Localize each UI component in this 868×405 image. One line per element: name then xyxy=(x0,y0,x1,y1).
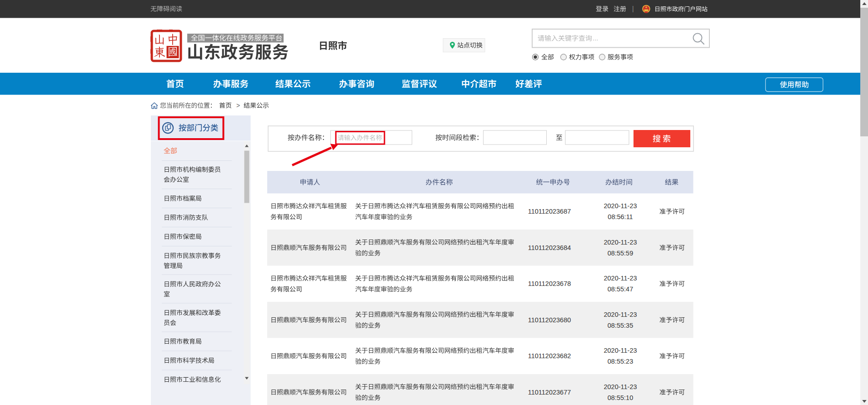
svg-text:08:55:35: 08:55:35 xyxy=(608,322,633,329)
svg-text:...: ... xyxy=(593,34,599,42)
svg-text:08:55:47: 08:55:47 xyxy=(608,285,633,293)
svg-text:110112023677: 110112023677 xyxy=(528,389,571,396)
svg-text:110112023687: 110112023687 xyxy=(528,208,571,215)
svg-text:110112023680: 110112023680 xyxy=(528,316,571,324)
svg-text:2020-11-23: 2020-11-23 xyxy=(604,202,637,210)
svg-text:08:56:11: 08:56:11 xyxy=(608,213,633,220)
svg-text:2020-11-23: 2020-11-23 xyxy=(604,275,637,282)
svg-text:110112023678: 110112023678 xyxy=(528,280,571,287)
svg-text:110112023684: 110112023684 xyxy=(528,244,571,251)
svg-text:2020-11-23: 2020-11-23 xyxy=(604,383,637,390)
svg-text:|: | xyxy=(632,5,634,12)
svg-text:>: > xyxy=(236,102,240,109)
svg-text:2020-11-23: 2020-11-23 xyxy=(604,347,637,354)
svg-text:2020-11-23: 2020-11-23 xyxy=(604,239,637,246)
svg-text:08:55:10: 08:55:10 xyxy=(608,394,633,401)
svg-text:08:55:23: 08:55:23 xyxy=(608,358,633,365)
svg-text:2020-11-23: 2020-11-23 xyxy=(604,311,637,318)
svg-text:110112023682: 110112023682 xyxy=(528,352,571,360)
svg-text:08:55:59: 08:55:59 xyxy=(608,250,633,257)
